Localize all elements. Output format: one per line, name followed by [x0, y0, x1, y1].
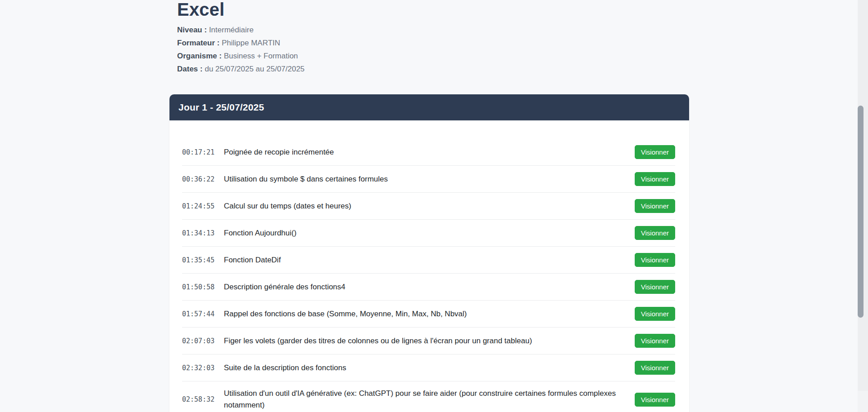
session-title: Fonction DateDif [224, 254, 635, 266]
table-row: 01:24:55 Calcul sur du temps (dates et h… [182, 192, 675, 219]
session-title: Utilisation du symbole $ dans certaines … [224, 173, 635, 185]
visionner-button[interactable]: Visionner [635, 145, 675, 159]
session-title: Rappel des fonctions de base (Somme, Moy… [224, 308, 635, 320]
meta-value: du 25/07/2025 au 25/07/2025 [205, 65, 304, 73]
meta-line-dates: Dates : du 25/07/2025 au 25/07/2025 [177, 62, 690, 75]
page: Excel Niveau : Intermédiaire Formateur :… [0, 0, 868, 412]
session-time: 02:32:03 [182, 364, 224, 372]
session-title: Poignée de recopie incrémentée [224, 146, 635, 158]
table-row: 01:34:13 Fonction Aujourdhui() Visionner [182, 219, 675, 246]
table-row: 02:32:03 Suite de la description des fon… [182, 354, 675, 381]
table-row: 00:36:22 Utilisation du symbole $ dans c… [182, 165, 675, 192]
meta-line-niveau: Niveau : Intermédiaire [177, 23, 690, 36]
meta-label: Formateur : [177, 39, 219, 47]
session-time: 02:07:03 [182, 337, 224, 345]
session-time: 01:57:44 [182, 310, 224, 318]
visionner-button[interactable]: Visionner [635, 334, 675, 348]
meta-line-formateur: Formateur : Philippe MARTIN [177, 36, 690, 49]
visionner-button[interactable]: Visionner [635, 253, 675, 267]
meta-label: Dates : [177, 65, 203, 73]
course-meta: Niveau : Intermédiaire Formateur : Phili… [177, 23, 690, 75]
session-title: Calcul sur du temps (dates et heures) [224, 200, 635, 212]
page-title: Excel [177, 0, 690, 20]
session-title: Figer les volets (garder des titres de c… [224, 335, 635, 347]
session-table: 00:17:21 Poignée de recopie incrémentée … [182, 139, 675, 412]
meta-value: Business + Formation [224, 52, 298, 60]
visionner-button[interactable]: Visionner [635, 361, 675, 375]
session-time: 00:17:21 [182, 148, 224, 156]
meta-value: Intermédiaire [209, 26, 254, 34]
session-time: 01:35:45 [182, 256, 224, 264]
day-card: Jour 1 - 25/07/2025 00:17:21 Poignée de … [169, 94, 689, 412]
visionner-button[interactable]: Visionner [635, 226, 675, 240]
session-title: Suite de la description des fonctions [224, 362, 635, 374]
table-row: 02:07:03 Figer les volets (garder des ti… [182, 327, 675, 354]
day-card-header: Jour 1 - 25/07/2025 [169, 94, 689, 120]
meta-line-organisme: Organisme : Business + Formation [177, 49, 690, 62]
table-row: 01:57:44 Rappel des fonctions de base (S… [182, 300, 675, 327]
meta-label: Niveau : [177, 26, 207, 34]
visionner-button[interactable]: Visionner [635, 199, 675, 213]
session-title: Description générale des fonctions4 [224, 281, 635, 293]
session-time: 01:34:13 [182, 229, 224, 237]
meta-label: Organisme : [177, 52, 222, 60]
visionner-button[interactable]: Visionner [635, 393, 675, 407]
visionner-button[interactable]: Visionner [635, 307, 675, 321]
session-time: 01:24:55 [182, 202, 224, 210]
course-head: Excel Niveau : Intermédiaire Formateur :… [177, 0, 690, 75]
scrollbar-thumb[interactable] [858, 106, 864, 318]
visionner-button[interactable]: Visionner [635, 172, 675, 186]
session-title: Utilisation d'un outil d'IA générative (… [224, 388, 635, 411]
session-time: 01:50:58 [182, 283, 224, 291]
table-row: 02:58:32 Utilisation d'un outil d'IA gén… [182, 381, 675, 412]
meta-value: Philippe MARTIN [222, 39, 280, 47]
visionner-button[interactable]: Visionner [635, 280, 675, 294]
session-time: 02:58:32 [182, 395, 224, 403]
scrollbar-corner [858, 391, 868, 412]
table-row: 01:35:45 Fonction DateDif Visionner [182, 246, 675, 273]
day-card-title: Jour 1 - 25/07/2025 [178, 102, 264, 113]
table-row: 01:50:58 Description générale des foncti… [182, 273, 675, 300]
session-time: 00:36:22 [182, 175, 224, 183]
table-row: 00:17:21 Poignée de recopie incrémentée … [182, 139, 675, 165]
day-card-body: 00:17:21 Poignée de recopie incrémentée … [169, 120, 689, 412]
session-title: Fonction Aujourdhui() [224, 227, 635, 239]
page-scrollbar[interactable] [858, 0, 868, 412]
